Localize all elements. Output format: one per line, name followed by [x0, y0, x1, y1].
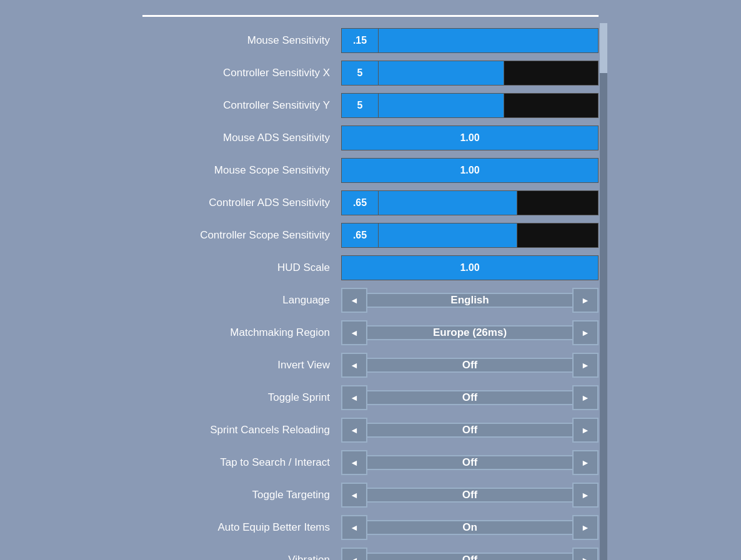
label-matchmaking-region: Matchmaking Region — [142, 327, 341, 339]
setting-row-controller-sensitivity-x: Controller Sensitivity X5 — [142, 58, 599, 88]
selector-value-toggle-sprint: Off — [367, 390, 572, 405]
slider-full-hud-scale[interactable]: 1.00 — [341, 255, 599, 280]
selector-auto-equip-better-items: ◄On► — [341, 515, 599, 540]
selector-left-sprint-cancels-reloading[interactable]: ◄ — [341, 418, 367, 443]
setting-row-vibration: Vibration◄Off► — [142, 545, 599, 560]
settings-panel: Mouse Sensitivity.15Controller Sensitivi… — [142, 23, 599, 560]
slider-empty-controller-sensitivity-y — [504, 93, 599, 118]
setting-row-auto-equip-better-items: Auto Equip Better Items◄On► — [142, 513, 599, 543]
label-mouse-scope-sensitivity: Mouse Scope Sensitivity — [142, 164, 341, 177]
slider-value-controller-sensitivity-y: 5 — [341, 93, 379, 118]
setting-row-mouse-sensitivity: Mouse Sensitivity.15 — [142, 26, 599, 56]
label-toggle-sprint: Toggle Sprint — [142, 391, 341, 404]
label-controller-sensitivity-y: Controller Sensitivity Y — [142, 99, 341, 112]
slider-controller-sensitivity-y[interactable]: 5 — [341, 93, 599, 118]
slider-value-controller-scope-sensitivity: .65 — [341, 223, 379, 248]
label-mouse-ads-sensitivity: Mouse ADS Sensitivity — [142, 132, 341, 144]
selector-right-toggle-targeting[interactable]: ► — [572, 483, 599, 508]
slider-full-mouse-ads-sensitivity[interactable]: 1.00 — [341, 125, 599, 150]
selector-toggle-sprint: ◄Off► — [341, 385, 599, 410]
selector-left-language[interactable]: ◄ — [341, 288, 367, 313]
setting-row-matchmaking-region: Matchmaking Region◄Europe (26ms)► — [142, 318, 599, 348]
selector-toggle-targeting: ◄Off► — [341, 483, 599, 508]
selector-matchmaking-region: ◄Europe (26ms)► — [341, 320, 599, 345]
selector-value-invert-view: Off — [367, 358, 572, 373]
setting-row-toggle-sprint: Toggle Sprint◄Off► — [142, 383, 599, 413]
selector-value-vibration: Off — [367, 553, 572, 560]
selector-left-invert-view[interactable]: ◄ — [341, 353, 367, 378]
selector-left-matchmaking-region[interactable]: ◄ — [341, 320, 367, 345]
label-hud-scale: HUD Scale — [142, 262, 341, 274]
label-controller-scope-sensitivity: Controller Scope Sensitivity — [142, 229, 341, 242]
selector-value-tap-to-search: Off — [367, 455, 572, 470]
selector-left-tap-to-search[interactable]: ◄ — [341, 450, 367, 475]
slider-value-controller-ads-sensitivity: .65 — [341, 190, 379, 215]
label-invert-view: Invert View — [142, 359, 341, 371]
scrollbar-track[interactable] — [600, 23, 607, 560]
slider-fill-mouse-sensitivity — [379, 28, 599, 53]
selector-left-auto-equip-better-items[interactable]: ◄ — [341, 515, 367, 540]
selector-sprint-cancels-reloading: ◄Off► — [341, 418, 599, 443]
selector-right-tap-to-search[interactable]: ► — [572, 450, 599, 475]
tabs-bar — [142, 0, 599, 17]
label-controller-sensitivity-x: Controller Sensitivity X — [142, 67, 341, 79]
selector-tap-to-search: ◄Off► — [341, 450, 599, 475]
slider-controller-scope-sensitivity[interactable]: .65 — [341, 223, 599, 248]
slider-empty-controller-scope-sensitivity — [517, 223, 599, 248]
label-tap-to-search: Tap to Search / Interact — [142, 456, 341, 469]
setting-row-language: Language◄English► — [142, 285, 599, 315]
selector-value-toggle-targeting: Off — [367, 488, 572, 503]
slider-mouse-sensitivity[interactable]: .15 — [341, 28, 599, 53]
selector-invert-view: ◄Off► — [341, 353, 599, 378]
selector-left-vibration[interactable]: ◄ — [341, 548, 367, 560]
selector-left-toggle-sprint[interactable]: ◄ — [341, 385, 367, 410]
label-auto-equip-better-items: Auto Equip Better Items — [142, 521, 341, 534]
label-vibration: Vibration — [142, 554, 341, 560]
slider-empty-controller-sensitivity-x — [504, 61, 599, 86]
selector-value-auto-equip-better-items: On — [367, 520, 572, 535]
selector-value-language: English — [367, 293, 572, 308]
slider-value-controller-sensitivity-x: 5 — [341, 61, 379, 86]
slider-full-mouse-scope-sensitivity[interactable]: 1.00 — [341, 158, 599, 183]
setting-row-hud-scale: HUD Scale1.00 — [142, 253, 599, 283]
label-language: Language — [142, 294, 341, 307]
slider-fill-controller-sensitivity-y — [379, 93, 504, 118]
tab-game[interactable] — [142, 0, 192, 15]
slider-fill-controller-ads-sensitivity — [379, 190, 517, 215]
label-sprint-cancels-reloading: Sprint Cancels Reloading — [142, 424, 341, 436]
label-toggle-targeting: Toggle Targeting — [142, 489, 341, 501]
selector-value-matchmaking-region: Europe (26ms) — [367, 325, 572, 340]
setting-row-mouse-scope-sensitivity: Mouse Scope Sensitivity1.00 — [142, 155, 599, 185]
selector-right-auto-equip-better-items[interactable]: ► — [572, 515, 599, 540]
slider-fill-controller-sensitivity-x — [379, 61, 504, 86]
slider-controller-sensitivity-x[interactable]: 5 — [341, 61, 599, 86]
settings-list: Mouse Sensitivity.15Controller Sensitivi… — [142, 23, 599, 560]
selector-value-sprint-cancels-reloading: Off — [367, 423, 572, 438]
setting-row-invert-view: Invert View◄Off► — [142, 350, 599, 380]
selector-right-invert-view[interactable]: ► — [572, 353, 599, 378]
slider-empty-controller-ads-sensitivity — [517, 190, 599, 215]
selector-language: ◄English► — [341, 288, 599, 313]
selector-right-language[interactable]: ► — [572, 288, 599, 313]
setting-row-sprint-cancels-reloading: Sprint Cancels Reloading◄Off► — [142, 415, 599, 445]
setting-row-controller-ads-sensitivity: Controller ADS Sensitivity.65 — [142, 188, 599, 218]
setting-row-controller-scope-sensitivity: Controller Scope Sensitivity.65 — [142, 220, 599, 250]
tab-hud[interactable] — [192, 0, 242, 15]
setting-row-toggle-targeting: Toggle Targeting◄Off► — [142, 480, 599, 510]
selector-vibration: ◄Off► — [341, 548, 599, 560]
selector-right-sprint-cancels-reloading[interactable]: ► — [572, 418, 599, 443]
setting-row-controller-sensitivity-y: Controller Sensitivity Y5 — [142, 91, 599, 120]
slider-controller-ads-sensitivity[interactable]: .65 — [341, 190, 599, 215]
scrollbar-thumb[interactable] — [600, 23, 607, 73]
setting-row-tap-to-search: Tap to Search / Interact◄Off► — [142, 448, 599, 478]
selector-right-toggle-sprint[interactable]: ► — [572, 385, 599, 410]
setting-row-mouse-ads-sensitivity: Mouse ADS Sensitivity1.00 — [142, 123, 599, 153]
selector-right-matchmaking-region[interactable]: ► — [572, 320, 599, 345]
selector-left-toggle-targeting[interactable]: ◄ — [341, 483, 367, 508]
slider-fill-controller-scope-sensitivity — [379, 223, 517, 248]
selector-right-vibration[interactable]: ► — [572, 548, 599, 560]
label-mouse-sensitivity: Mouse Sensitivity — [142, 34, 341, 47]
label-controller-ads-sensitivity: Controller ADS Sensitivity — [142, 197, 341, 209]
slider-value-mouse-sensitivity: .15 — [341, 28, 379, 53]
